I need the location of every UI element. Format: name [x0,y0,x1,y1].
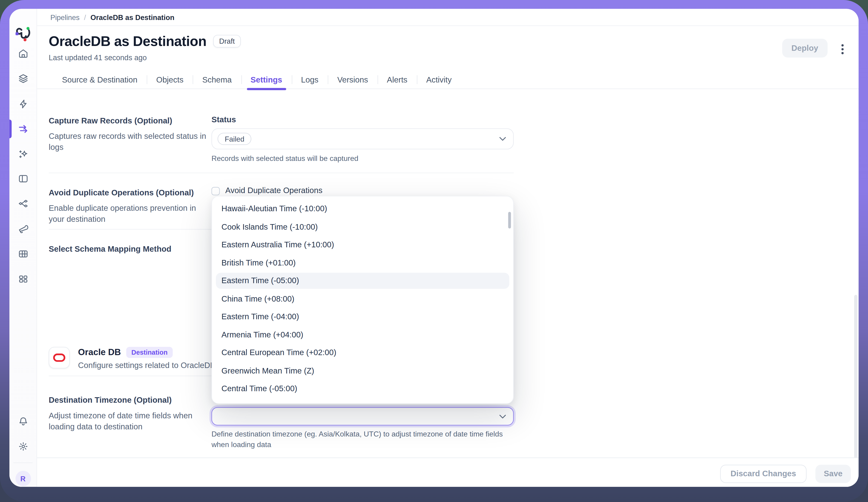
grid-icon[interactable] [17,273,29,285]
timezone-option[interactable]: Armenia Time (+04:00) [216,327,509,343]
home-icon[interactable] [17,48,29,60]
timezone-helper-text: Define destination timezone (eg. Asia/Ko… [211,429,514,450]
tab-label: Activity [426,75,452,84]
tab[interactable]: Schema [193,71,241,89]
active-nav-indicator [9,119,12,138]
last-updated: Last updated 41 seconds ago [49,54,147,62]
table-icon[interactable] [17,248,29,260]
zap-icon[interactable] [17,98,29,110]
tab[interactable]: Source & Destination [53,71,147,89]
timezone-option[interactable]: Greenwich Mean Time (Z) [216,363,509,379]
tabs: Source & Destination Objects Schema Sett… [37,71,859,89]
timezone-select[interactable] [211,407,514,425]
tab[interactable]: Objects [147,71,193,89]
timezone-option[interactable]: Eastern Australia Time (+10:00) [216,237,509,253]
status-helper-text: Records with selected status will be cap… [211,154,358,164]
user-avatar[interactable]: R [15,471,31,486]
tab-label: Settings [250,75,282,84]
tab[interactable]: Alerts [378,71,417,89]
avoid-duplicates-checkbox[interactable] [211,187,220,195]
breadcrumb-parent[interactable]: Pipelines [50,13,80,21]
breadcrumb: Pipelines / OracleDB as Destination [37,9,859,26]
screen: R Pipelines / OracleDB as Destination Or… [0,0,868,502]
page-title: OracleDB as Destination [49,33,207,49]
discard-changes-button[interactable]: Discard Changes [720,464,807,483]
timezone-option[interactable]: British Time (+01:00) [216,255,509,271]
layout-panel-icon[interactable] [17,172,29,185]
tab-label: Objects [156,75,183,84]
deploy-button[interactable]: Deploy [782,39,827,57]
tab[interactable]: Logs [292,71,328,89]
connector-description: Configure settings related to OracleDB [78,360,216,369]
tab-label: Versions [337,75,368,84]
oracle-logo [49,347,70,368]
connector-name: Oracle DB [78,347,121,357]
timezone-options: Hawaii-Aleutian Time (-10:00)Cook Island… [216,201,509,397]
oracle-ring-icon [53,354,65,362]
share-network-icon[interactable] [17,197,29,210]
settings-gear-icon[interactable] [17,440,29,452]
timezone-option[interactable]: Eastern Time (-04:00) [216,309,509,325]
status-badge: Draft [213,35,241,48]
sparkles-icon[interactable] [17,148,29,160]
destination-badge: Destination [126,347,173,358]
status-value-chip[interactable]: Failed [218,133,251,145]
tab-label: Logs [301,75,319,84]
avoid-duplicates-label: Avoid Duplicate Operations (Optional) En… [49,187,208,225]
schema-mapping-label: Select Schema Mapping Method [49,243,208,259]
breadcrumb-current: OracleDB as Destination [90,13,174,21]
timezone-option[interactable]: Eastern Time (-05:00) [216,273,509,289]
tab[interactable]: Versions [328,71,378,89]
section-divider [49,172,514,173]
bell-icon[interactable] [17,416,29,428]
timezone-option[interactable]: Central Time (-05:00) [216,381,509,397]
avoid-duplicates-checkbox-label[interactable]: Avoid Duplicate Operations [225,186,322,195]
timezone-option[interactable]: Cook Islands Time (-10:00) [216,219,509,235]
layers-icon[interactable] [17,72,29,85]
tab[interactable]: Settings [241,71,292,89]
capture-raw-label: Capture Raw Records (Optional) Captures … [49,115,208,153]
status-field-label: Status [211,115,236,124]
timezone-option[interactable]: Central European Time (+02:00) [216,345,509,360]
timezone-option[interactable]: China Time (+08:00) [216,291,509,307]
tab-label: Schema [202,75,231,84]
tab-label: Alerts [387,75,407,84]
destination-timezone-label: Destination Timezone (Optional) Adjust t… [49,395,208,432]
timezone-option[interactable]: Hawaii-Aleutian Time (-10:00) [216,201,509,217]
chevron-down-icon [499,414,506,419]
status-select[interactable]: Failed [211,128,514,149]
sidebar: R [9,9,37,487]
dropdown-scrollbar-thumb[interactable] [508,212,511,229]
chevron-down-icon [499,137,506,141]
tab-label: Source & Destination [62,75,137,84]
breadcrumb-separator: / [84,13,86,21]
sidebar-divider [13,462,33,463]
main-area: Pipelines / OracleDB as Destination Orac… [37,9,859,487]
save-button[interactable]: Save [816,464,851,483]
pipelines-arrows-icon[interactable] [17,123,29,135]
more-options-icon[interactable] [839,43,846,55]
footer-bar: Discard Changes Save [37,457,859,487]
timezone-dropdown: Hawaii-Aleutian Time (-10:00)Cook Island… [211,196,514,404]
tab[interactable]: Activity [417,71,461,89]
app-logo[interactable] [15,26,31,41]
app-window: R Pipelines / OracleDB as Destination Or… [9,9,859,487]
megaphone-icon[interactable] [17,222,29,235]
